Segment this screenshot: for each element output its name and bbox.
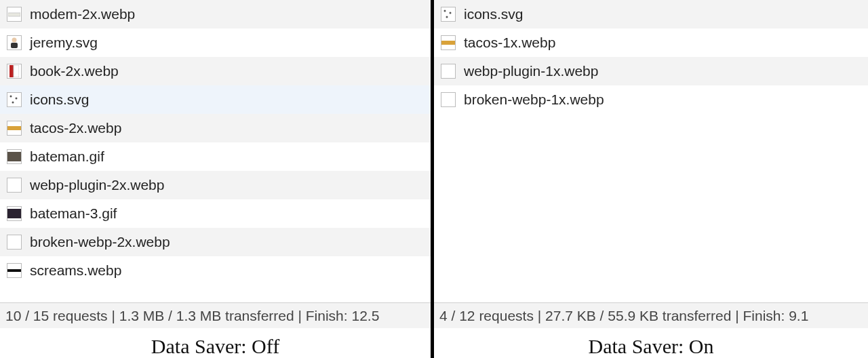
file-thumbnail-icon bbox=[7, 263, 22, 278]
status-bar-left: 10 / 15 requests | 1.3 MB / 1.3 MB trans… bbox=[0, 302, 431, 328]
caption-right: Data Saver: On bbox=[434, 328, 868, 358]
file-name: bateman.gif bbox=[30, 148, 104, 165]
svg-point-6 bbox=[16, 98, 18, 100]
svg-rect-4 bbox=[14, 65, 19, 77]
svg-rect-3 bbox=[9, 65, 14, 77]
pane-data-saver-on: icons.svgtacos-1x.webpwebp-plugin-1x.web… bbox=[434, 0, 868, 358]
network-request-row[interactable]: webp-plugin-2x.webp bbox=[0, 171, 431, 199]
file-thumbnail-icon bbox=[7, 64, 22, 79]
file-name: book-2x.webp bbox=[30, 63, 119, 79]
file-name: tacos-2x.webp bbox=[30, 120, 121, 136]
network-request-row[interactable]: icons.svg bbox=[0, 85, 431, 114]
network-request-row[interactable]: bateman-3.gif bbox=[0, 199, 431, 228]
svg-rect-18 bbox=[442, 65, 454, 77]
file-thumbnail-icon bbox=[7, 121, 22, 136]
svg-rect-17 bbox=[441, 41, 455, 45]
file-thumbnail-icon bbox=[7, 235, 22, 250]
network-request-row[interactable]: icons.svg bbox=[434, 0, 868, 28]
file-name: broken-webp-2x.webp bbox=[30, 234, 170, 250]
svg-point-14 bbox=[444, 10, 446, 12]
svg-point-1 bbox=[12, 38, 17, 43]
network-request-row[interactable]: book-2x.webp bbox=[0, 57, 431, 85]
status-text: 10 / 15 requests | 1.3 MB / 1.3 MB trans… bbox=[5, 308, 379, 324]
network-file-list-right: icons.svgtacos-1x.webpwebp-plugin-1x.web… bbox=[434, 0, 868, 114]
file-thumbnail-icon bbox=[7, 92, 22, 107]
file-thumbnail-icon bbox=[441, 64, 456, 79]
svg-rect-8 bbox=[7, 126, 21, 130]
caption-left: Data Saver: Off bbox=[0, 328, 431, 358]
status-text: 4 / 12 requests | 27.7 KB / 55.9 KB tran… bbox=[439, 308, 808, 324]
file-name: bateman-3.gif bbox=[30, 205, 117, 222]
file-name: modem-2x.webp bbox=[30, 6, 135, 22]
network-request-row[interactable]: broken-webp-2x.webp bbox=[0, 228, 431, 256]
status-bar-right: 4 / 12 requests | 27.7 KB / 55.9 KB tran… bbox=[434, 302, 868, 328]
file-thumbnail-icon bbox=[441, 92, 456, 107]
comparison-container: modem-2x.webpjeremy.svgbook-2x.webpicons… bbox=[0, 0, 868, 358]
svg-rect-9 bbox=[7, 152, 21, 161]
file-name: icons.svg bbox=[464, 6, 524, 22]
svg-rect-0 bbox=[8, 13, 20, 16]
svg-point-16 bbox=[446, 16, 448, 18]
file-thumbnail-icon bbox=[7, 149, 22, 164]
network-request-row[interactable]: broken-webp-1x.webp bbox=[434, 85, 868, 114]
file-name: icons.svg bbox=[30, 92, 90, 108]
file-name: tacos-1x.webp bbox=[464, 35, 555, 51]
file-thumbnail-icon bbox=[7, 7, 22, 22]
network-request-row[interactable]: modem-2x.webp bbox=[0, 0, 431, 28]
file-thumbnail-icon bbox=[7, 35, 22, 50]
svg-point-7 bbox=[12, 102, 14, 104]
network-file-list-left: modem-2x.webpjeremy.svgbook-2x.webpicons… bbox=[0, 0, 431, 285]
file-name: broken-webp-1x.webp bbox=[464, 92, 604, 108]
svg-rect-19 bbox=[442, 94, 454, 106]
svg-rect-10 bbox=[8, 179, 20, 191]
network-request-row[interactable]: tacos-2x.webp bbox=[0, 114, 431, 142]
file-name: screams.webp bbox=[30, 262, 121, 279]
network-request-row[interactable]: bateman.gif bbox=[0, 142, 431, 171]
svg-rect-11 bbox=[7, 209, 21, 218]
network-request-row[interactable]: tacos-1x.webp bbox=[434, 28, 868, 57]
file-thumbnail-icon bbox=[7, 178, 22, 193]
svg-rect-13 bbox=[7, 269, 21, 272]
svg-rect-12 bbox=[8, 236, 20, 248]
pane-data-saver-off: modem-2x.webpjeremy.svgbook-2x.webpicons… bbox=[0, 0, 434, 358]
network-request-row[interactable]: screams.webp bbox=[0, 256, 431, 285]
file-thumbnail-icon bbox=[441, 35, 456, 50]
file-name: webp-plugin-2x.webp bbox=[30, 177, 164, 193]
svg-point-5 bbox=[10, 96, 12, 98]
network-request-row[interactable]: jeremy.svg bbox=[0, 28, 431, 57]
network-request-row[interactable]: webp-plugin-1x.webp bbox=[434, 57, 868, 85]
file-name: webp-plugin-1x.webp bbox=[464, 63, 598, 79]
file-thumbnail-icon bbox=[441, 7, 456, 22]
svg-rect-2 bbox=[11, 43, 18, 48]
svg-point-15 bbox=[450, 12, 452, 14]
file-thumbnail-icon bbox=[7, 206, 22, 221]
file-name: jeremy.svg bbox=[30, 35, 98, 51]
